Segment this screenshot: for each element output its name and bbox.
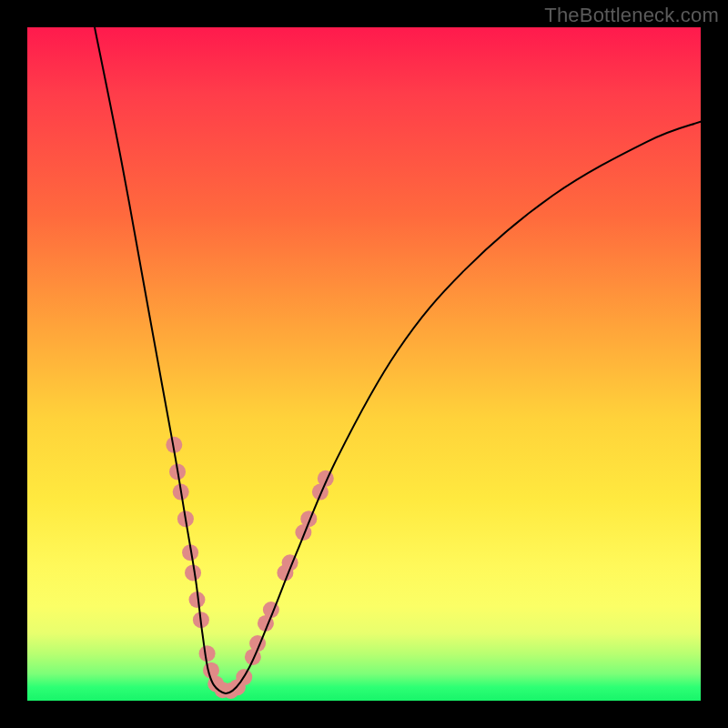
marker-dot: [245, 649, 261, 665]
plot-area: [27, 27, 701, 701]
marker-dot: [166, 437, 182, 453]
marker-dot: [185, 564, 201, 581]
chart-frame: TheBottleneck.com: [0, 0, 728, 728]
marker-dot: [173, 484, 189, 500]
marker-dot: [258, 615, 274, 632]
marker-dot: [203, 662, 219, 679]
marker-dot: [277, 564, 293, 581]
markers-layer: [166, 437, 334, 699]
marker-dot: [182, 544, 198, 561]
marker-dot: [215, 682, 231, 698]
marker-dot: [188, 592, 205, 608]
marker-dot: [193, 612, 209, 628]
line-layer: [95, 27, 701, 693]
marker-dot: [229, 679, 246, 695]
marker-dot: [249, 635, 266, 652]
marker-dot: [312, 484, 329, 500]
marker-dot: [169, 463, 186, 480]
marker-dot: [282, 554, 298, 571]
marker-dot: [177, 511, 194, 527]
marker-dot: [207, 676, 224, 693]
marker-dot: [300, 511, 317, 527]
curve-layer: [27, 27, 701, 701]
marker-dot: [222, 682, 238, 699]
watermark-text: TheBottleneck.com: [544, 4, 719, 27]
marker-dot: [295, 524, 311, 541]
marker-dot: [318, 470, 334, 487]
marker-dot: [236, 669, 252, 685]
bottleneck-curve: [95, 27, 701, 693]
marker-dot: [263, 602, 279, 618]
marker-dot: [199, 645, 216, 662]
